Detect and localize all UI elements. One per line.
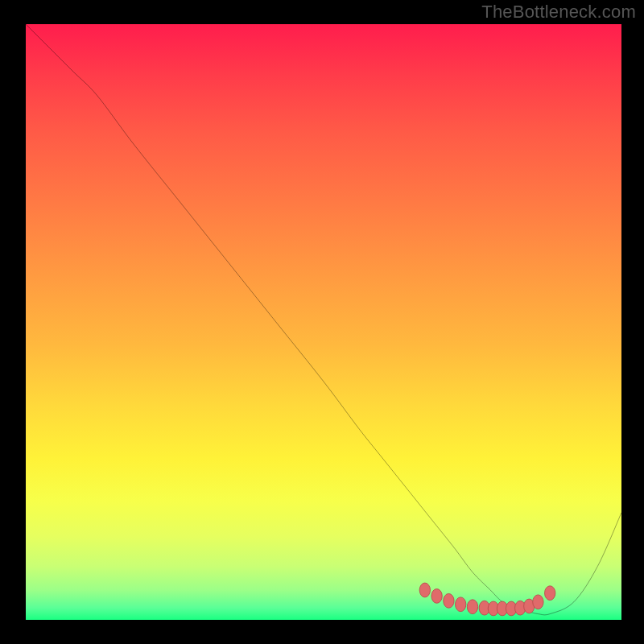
dots-group [419, 583, 555, 616]
chart-svg [26, 24, 621, 620]
valley-dot [456, 597, 466, 612]
watermark-text: TheBottleneck.com [481, 2, 636, 23]
bottleneck-curve [26, 24, 621, 615]
plot-area [26, 24, 621, 620]
valley-dot [467, 600, 477, 614]
valley-dot [533, 595, 543, 609]
chart-frame: TheBottleneck.com [0, 0, 644, 644]
valley-dot [444, 593, 454, 608]
valley-dot [431, 589, 442, 604]
valley-dot [419, 583, 430, 597]
valley-dot [545, 586, 555, 601]
